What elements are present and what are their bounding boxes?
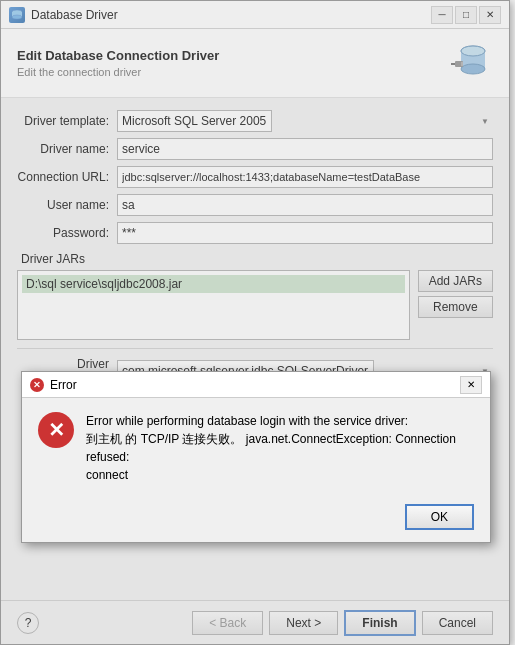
main-window: Database Driver ─ □ ✕ Edit Database Conn… bbox=[0, 0, 510, 645]
error-message-line2: 到主机 的 TCP/IP 连接失败。 java.net.ConnectExcep… bbox=[86, 432, 456, 464]
error-dialog-title: Error bbox=[50, 378, 77, 392]
error-message: Error while performing database login wi… bbox=[86, 412, 474, 484]
ok-button[interactable]: OK bbox=[405, 504, 474, 530]
modal-overlay bbox=[1, 1, 509, 644]
error-content: ✕ Error while performing database login … bbox=[22, 398, 490, 498]
error-title-bar: ✕ Error ✕ bbox=[22, 372, 490, 398]
error-title-left: ✕ Error bbox=[30, 378, 77, 392]
error-dialog: ✕ Error ✕ ✕ Error while performing datab… bbox=[21, 371, 491, 543]
error-big-icon: ✕ bbox=[38, 412, 74, 448]
error-message-line3: connect bbox=[86, 468, 128, 482]
error-title-icon: ✕ bbox=[30, 378, 44, 392]
error-message-line1: Error while performing database login wi… bbox=[86, 414, 408, 428]
error-buttons: OK bbox=[22, 498, 490, 542]
error-close-button[interactable]: ✕ bbox=[460, 376, 482, 394]
